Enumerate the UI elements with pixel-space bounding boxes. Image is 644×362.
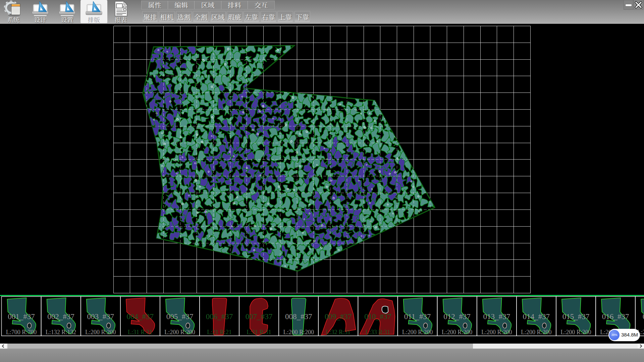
svg-text:013_#37: 013_#37 (483, 310, 510, 321)
svg-text:L:200 R:200: L:200 R:200 (85, 327, 116, 336)
svg-text:001_#37: 001_#37 (8, 310, 35, 321)
svg-text:007_#37: 007_#37 (246, 310, 273, 321)
svg-text:L:200 R:200: L:200 R:200 (164, 327, 195, 336)
svg-text:L:200 R:200: L:200 R:200 (402, 327, 433, 336)
svg-text:L:200 R:200: L:200 R:200 (442, 327, 473, 336)
svg-text:005_#37: 005_#37 (166, 310, 194, 321)
svg-text:L:132 R:132: L:132 R:132 (46, 327, 76, 336)
svg-text:L:700 R:700: L:700 R:700 (6, 327, 37, 336)
svg-text:L:31 R:31: L:31 R:31 (247, 327, 271, 336)
svg-text:L:200 R:200: L:200 R:200 (481, 327, 512, 336)
svg-text:016_#37: 016_#37 (602, 310, 629, 321)
svg-text:011_#37: 011_#37 (404, 310, 431, 321)
svg-text:002_#37: 002_#37 (47, 310, 74, 321)
svg-text:L:200 R:200: L:200 R:200 (283, 327, 314, 336)
svg-text:008_#37: 008_#37 (285, 310, 312, 321)
svg-text:010_#37: 010_#37 (364, 310, 391, 321)
svg-text:014_#37: 014_#37 (523, 310, 550, 321)
svg-text:L:33 R:31: L:33 R:31 (366, 327, 390, 336)
svg-text:L:21 R:21: L:21 R:21 (207, 327, 232, 336)
svg-text:L:200 R:200: L:200 R:200 (521, 327, 552, 336)
svg-text:L:32 R:31: L:32 R:31 (326, 327, 351, 336)
svg-text:006_#37: 006_#37 (206, 310, 233, 321)
svg-text:015_#37: 015_#37 (562, 310, 590, 321)
svg-text:01: 01 (643, 310, 644, 321)
svg-text:009_#37: 009_#37 (325, 310, 352, 321)
svg-text:012_#37: 012_#37 (443, 310, 471, 321)
svg-text:004_#37: 004_#37 (127, 310, 154, 321)
svg-text:L:200 R:200: L:200 R:200 (560, 327, 591, 336)
svg-text:003_#37: 003_#37 (87, 310, 114, 321)
svg-text:L:31 R:31: L:31 R:31 (128, 327, 153, 336)
